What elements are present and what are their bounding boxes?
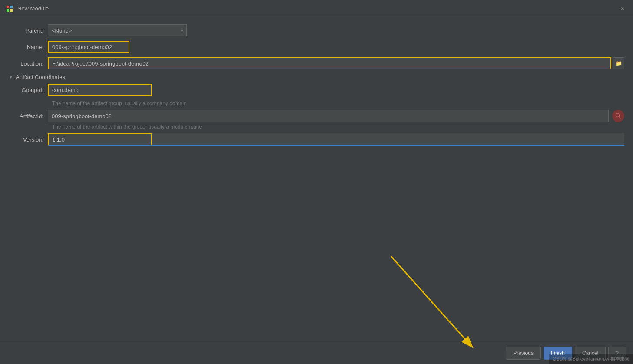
new-module-dialog: New Module × Parent: <None> ▼ Name: Loca… (0, 0, 633, 364)
artifactid-label: ArtifactId: (9, 113, 48, 119)
close-button[interactable]: × (617, 3, 628, 14)
artifactid-input[interactable] (48, 110, 609, 122)
section-collapse-arrow: ▼ (9, 75, 13, 79)
parent-select[interactable]: <None> (48, 24, 187, 36)
location-label: Location: (9, 60, 48, 67)
svg-rect-1 (10, 6, 13, 8)
artifact-coordinates-section[interactable]: ▼ Artifact Coordinates (9, 74, 624, 80)
name-row: Name: (9, 41, 624, 53)
previous-button[interactable]: Previous (506, 347, 541, 360)
location-input[interactable] (48, 57, 611, 69)
svg-line-5 (619, 117, 621, 119)
svg-rect-3 (10, 9, 13, 12)
version-row: Version: (9, 133, 624, 146)
parent-select-wrapper: <None> ▼ (48, 24, 187, 36)
groupid-hint: The name of the artifact group, usually … (48, 100, 624, 106)
location-row: Location: 📁 (9, 57, 624, 69)
dialog-body: Parent: <None> ▼ Name: Location: 📁 (0, 17, 633, 342)
browse-button[interactable]: 📁 (613, 57, 624, 69)
search-icon (612, 110, 624, 122)
svg-rect-0 (7, 6, 9, 8)
location-wrapper: 📁 (48, 57, 624, 69)
version-label: Version: (9, 136, 48, 143)
name-input[interactable] (48, 41, 129, 53)
artifactid-hint: The name of the artifact within the grou… (48, 124, 624, 130)
title-bar-left: New Module (5, 4, 49, 13)
name-input-wrapper (48, 41, 187, 53)
parent-row: Parent: <None> ▼ (9, 24, 624, 36)
dialog-title: New Module (17, 5, 49, 12)
title-bar: New Module × (0, 0, 633, 17)
search-icon-wrap (610, 110, 624, 122)
artifactid-row: ArtifactId: (9, 110, 624, 122)
name-label: Name: (9, 44, 48, 50)
groupid-row: GroupId: (9, 84, 624, 96)
version-input-rest (152, 133, 624, 146)
parent-label: Parent: (9, 27, 48, 34)
section-title: Artifact Coordinates (16, 74, 65, 80)
svg-rect-2 (7, 9, 9, 12)
version-input-highlighted[interactable] (48, 133, 152, 146)
module-icon (5, 4, 14, 13)
groupid-input[interactable] (48, 84, 152, 96)
groupid-label: GroupId: (9, 87, 48, 93)
watermark: CSDN @BelieveTomorrow 拥抱未来 (549, 354, 633, 364)
dialog-footer: Previous Finish Cancel ? (0, 342, 633, 364)
folder-icon: 📁 (616, 60, 622, 66)
artifact-coordinates-content: GroupId: The name of the artifact group,… (9, 84, 624, 146)
